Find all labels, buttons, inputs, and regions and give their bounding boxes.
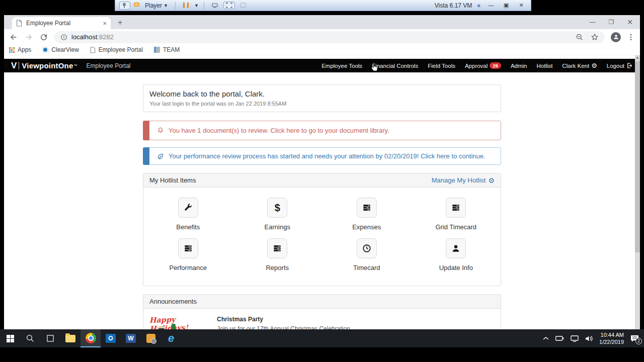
hotlist-grid: Benefits $ Earnings Expenses xyxy=(143,188,501,286)
browser-toolbar: localhost:8282 xyxy=(4,29,640,45)
bookmark-clearview[interactable]: ClearView xyxy=(42,46,78,53)
tools-app-button[interactable] xyxy=(141,329,161,347)
nav-hotlist[interactable]: Hotlist xyxy=(537,63,553,69)
bell-icon xyxy=(157,127,164,134)
earnings-button[interactable]: $ xyxy=(267,198,287,218)
expenses-button[interactable] xyxy=(357,198,377,218)
nav-employee-tools[interactable]: Employee Tools xyxy=(321,63,362,69)
scrollbar[interactable] xyxy=(635,55,640,329)
performance-button[interactable] xyxy=(178,238,198,258)
action-center-button[interactable]: 2 xyxy=(630,335,639,342)
hotlist-item-grid-timecard: Grid Timecard xyxy=(412,195,501,231)
nav-user-menu[interactable]: Clark Kent⚙ xyxy=(562,62,597,69)
separator xyxy=(204,2,204,10)
dollar-icon: $ xyxy=(275,202,280,214)
welcome-subtitle: Your last login to the portal was on Jan… xyxy=(149,101,495,107)
window-close-button[interactable]: ✕ xyxy=(627,18,633,26)
hotlist-item-reports: Reports xyxy=(233,235,323,272)
bookmark-apps[interactable]: Apps xyxy=(9,46,31,53)
vm-restore-button[interactable]: ▣ xyxy=(501,2,512,9)
vmware-icon xyxy=(133,2,140,9)
holiday-image: Happy Holidays! xyxy=(149,315,210,329)
performance-review-alert[interactable]: Your performance review process has star… xyxy=(143,147,501,165)
reload-button[interactable] xyxy=(39,33,48,42)
separator xyxy=(175,2,176,10)
nav-approval[interactable]: Approval29 xyxy=(465,62,501,69)
scrollbar-thumb[interactable] xyxy=(635,61,640,252)
site-nav: Employee Tools Financial Controls Field … xyxy=(321,62,633,69)
profile-avatar[interactable] xyxy=(611,32,621,42)
browser-menu-icon[interactable] xyxy=(627,33,635,41)
site-navbar: V ViewpointOne ™ Employee Portal Employe… xyxy=(4,59,640,72)
battery-indicator[interactable] xyxy=(555,336,564,341)
zoom-indicator-icon[interactable] xyxy=(576,33,584,41)
vm-close-button[interactable]: ✕ xyxy=(516,2,527,9)
document-review-alert[interactable]: You have 1 document(s) to review. Click … xyxy=(143,121,501,140)
fullscreen-button[interactable] xyxy=(223,2,235,9)
pin-icon[interactable] xyxy=(119,2,130,10)
reports-button[interactable] xyxy=(267,238,287,258)
hotlist-item-label: Update Info xyxy=(439,264,473,272)
tasks-icon xyxy=(184,244,193,253)
search-icon xyxy=(26,334,35,343)
update-info-button[interactable] xyxy=(446,238,466,258)
hotlist-item-benefits: Benefits xyxy=(143,195,233,231)
scrollbar-up-arrow[interactable] xyxy=(636,56,639,59)
internet-explorer-icon: e xyxy=(168,333,174,344)
grid-timecard-button[interactable] xyxy=(446,198,466,218)
bookmark-star-icon[interactable] xyxy=(591,33,599,41)
welcome-panel: Welcome back to the portal, Clark. Your … xyxy=(143,84,501,112)
bookmark-team[interactable]: TEAM xyxy=(154,46,180,53)
notification-count-badge: 2 xyxy=(635,338,642,344)
network-indicator[interactable] xyxy=(571,335,579,342)
window-minimize-button[interactable]: — xyxy=(590,19,596,26)
brand-name: ViewpointOne xyxy=(22,61,73,70)
trademark: ™ xyxy=(73,64,77,67)
hotlist-item-label: Earnings xyxy=(265,223,290,231)
file-explorer-button[interactable] xyxy=(60,329,80,347)
volume-indicator[interactable] xyxy=(585,335,593,342)
bookmark-label: Employee Portal xyxy=(99,46,143,53)
timecard-button[interactable] xyxy=(357,238,377,258)
manage-hotlist-link[interactable]: Manage My Hotlist ⚙ xyxy=(432,176,495,184)
browser-tab[interactable]: Employee Portal × xyxy=(12,17,111,29)
taskbar-clock[interactable]: 10:44 AM 1/22/2019 xyxy=(599,331,624,345)
hotlist-item-update-info: Update Info xyxy=(412,235,501,272)
suspend-button[interactable] xyxy=(181,2,191,9)
tab-close-icon[interactable]: × xyxy=(103,20,107,27)
chrome-button[interactable] xyxy=(80,329,101,347)
viewpoint-logo-icon: V xyxy=(11,61,17,71)
forward-button[interactable] xyxy=(24,33,33,42)
bookmark-employee-portal[interactable]: Employee Portal xyxy=(90,46,143,53)
address-bar[interactable]: localhost:8282 xyxy=(54,31,605,43)
player-menu[interactable]: Player ▼ xyxy=(143,2,170,10)
ctrl-alt-del-button[interactable] xyxy=(209,2,220,9)
announcement-line: Join us for our 17th Annual Christmas Ce… xyxy=(217,324,350,329)
logout-icon xyxy=(626,62,633,69)
benefits-button[interactable] xyxy=(178,198,198,218)
vm-minimize-button[interactable]: — xyxy=(486,2,497,9)
internet-explorer-button[interactable]: e xyxy=(161,329,181,347)
brand-logo[interactable]: V ViewpointOne ™ Employee Portal xyxy=(11,61,131,71)
power-caret-icon[interactable]: ▼ xyxy=(194,3,199,8)
window-maximize-button[interactable]: ❐ xyxy=(609,19,614,26)
hotlist-item-label: Expenses xyxy=(352,223,381,231)
nav-field-tools[interactable]: Field Tools xyxy=(428,63,455,69)
outlook-button[interactable]: O xyxy=(101,329,121,347)
word-button[interactable]: W xyxy=(121,329,141,347)
back-button[interactable] xyxy=(9,33,18,42)
taskbar-search-button[interactable] xyxy=(20,329,40,347)
page-icon xyxy=(90,47,96,53)
logo-divider xyxy=(19,62,19,69)
tray-expand-button[interactable] xyxy=(543,336,549,340)
battery-icon xyxy=(555,336,564,341)
info-icon[interactable] xyxy=(60,34,67,41)
start-button[interactable] xyxy=(0,329,20,347)
nav-admin[interactable]: Admin xyxy=(511,63,527,69)
taskbar: O W e 10:44 AM 1/22/2019 2 xyxy=(0,329,644,347)
task-view-button[interactable] xyxy=(40,329,60,347)
tools-app-icon xyxy=(146,334,155,343)
new-tab-button[interactable]: + xyxy=(118,19,122,27)
nav-logout[interactable]: Logout xyxy=(607,62,633,69)
collapse-toolbar-icon[interactable]: « xyxy=(477,2,480,9)
